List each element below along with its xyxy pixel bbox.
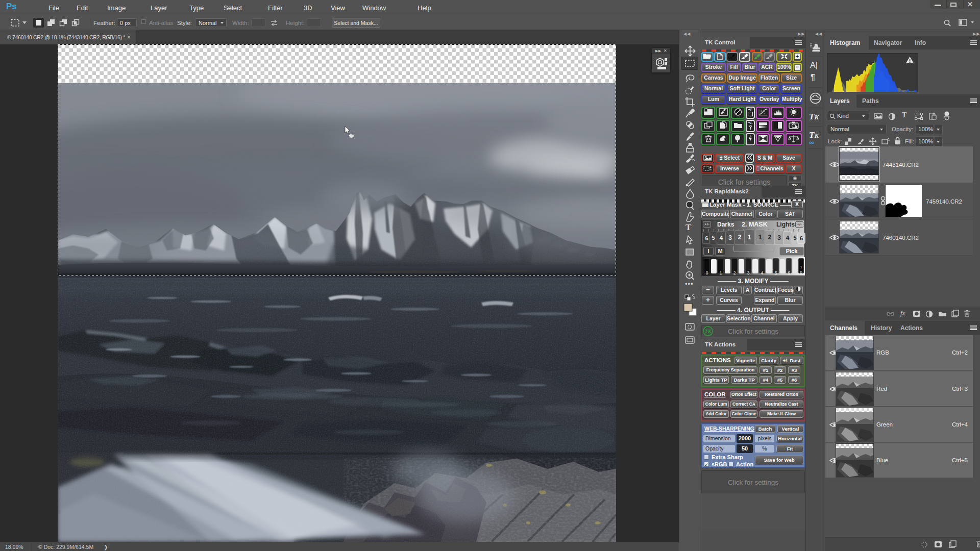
svg-text:TK: TK [705, 329, 712, 334]
